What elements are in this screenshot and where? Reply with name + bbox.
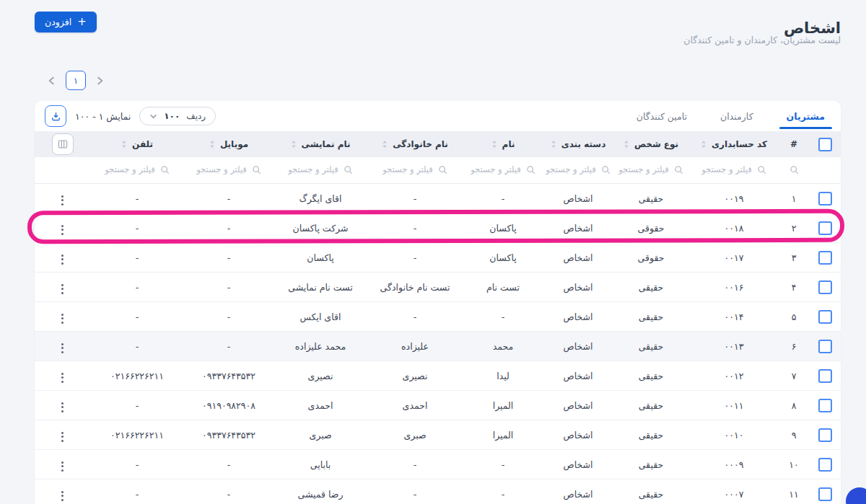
pagination-next-button[interactable] xyxy=(43,71,61,90)
cell-code: ۰۰۱۰ xyxy=(689,420,779,450)
floating-button[interactable] xyxy=(846,487,866,504)
sort-icon xyxy=(551,140,556,149)
table-row: ۶۰۰۱۳حقیقیاشخاصمحمدعلیزادهمحمد علیزاده-- xyxy=(35,332,841,361)
cell-phone: - xyxy=(90,479,184,504)
table-card: مشتریانکارمندانتامین کنندگان ردیف ۱۰۰ نم… xyxy=(35,101,841,504)
row-checkbox[interactable] xyxy=(818,192,832,205)
cell-type: حقیقی xyxy=(613,479,689,504)
cell-mobile: - xyxy=(184,243,274,273)
cell-num: ۶ xyxy=(779,332,809,361)
filter-placeholder: فیلتر و جستجو xyxy=(382,164,433,174)
cell-num: ۱۱ xyxy=(779,479,809,504)
tab-suppliers[interactable]: تامین کنندگان xyxy=(634,101,690,131)
filter-input-category[interactable]: فیلتر و جستجو xyxy=(546,164,611,174)
column-header-category[interactable]: دسته بندی xyxy=(551,139,606,149)
search-icon xyxy=(757,165,766,174)
filter-search-button[interactable] xyxy=(790,165,799,174)
cell-mobile: - xyxy=(184,213,274,243)
row-menu-button[interactable] xyxy=(57,193,68,208)
row-checkbox[interactable] xyxy=(818,458,832,472)
filter-input-name[interactable]: فیلتر و جستجو xyxy=(471,164,535,174)
cell-phone: - xyxy=(90,184,184,213)
tab-customers[interactable]: مشتریان xyxy=(784,101,828,131)
column-header-name[interactable]: نام xyxy=(491,139,515,149)
cell-family: - xyxy=(367,479,463,504)
column-header-type[interactable]: نوع شخص xyxy=(624,139,678,149)
row-menu-button[interactable] xyxy=(57,488,68,504)
row-checkbox[interactable] xyxy=(818,310,832,324)
select-all-checkbox[interactable] xyxy=(818,138,832,151)
table-row: ۸۰۰۱۱حقیقیاشخاصالمیرااحمدیاحمدی۰۹۱۹۰۹۸۲۹… xyxy=(35,391,841,420)
cell-category: اشخاص xyxy=(543,273,613,302)
cell-name: لیدا xyxy=(463,361,543,391)
tab-employees[interactable]: کارمندان xyxy=(717,101,756,131)
cell-family: - xyxy=(367,213,463,243)
filter-input-display[interactable]: فیلتر و جستجو xyxy=(288,164,353,174)
cell-name: المیرا xyxy=(463,420,543,450)
cell-mobile: ۰۹۱۹۰۹۸۲۹۰۸ xyxy=(184,391,274,420)
cell-phone: - xyxy=(90,450,184,479)
filter-input-type[interactable]: فیلتر و جستجو xyxy=(618,164,683,174)
cell-mobile: - xyxy=(184,479,274,504)
pagination-prev-button[interactable] xyxy=(91,71,108,90)
cell-num: ۲ xyxy=(779,213,809,243)
filter-placeholder: فیلتر و جستجو xyxy=(471,164,521,174)
row-menu-button[interactable] xyxy=(57,340,68,356)
table-row: ۷۰۰۱۲حقیقیاشخاصلیدانصیرینصیری۰۹۳۳۷۶۴۳۵۳۲… xyxy=(35,361,841,391)
filter-input-family[interactable]: فیلتر و جستجو xyxy=(382,164,447,174)
columns-icon xyxy=(57,138,69,150)
row-menu-button[interactable] xyxy=(57,281,68,297)
row-menu-button[interactable] xyxy=(57,459,68,474)
filter-placeholder: فیلتر و جستجو xyxy=(105,164,155,174)
cell-code: ۰۰۱۱ xyxy=(689,391,779,420)
download-button[interactable] xyxy=(45,105,66,127)
row-checkbox[interactable] xyxy=(818,399,832,412)
row-checkbox[interactable] xyxy=(818,221,832,235)
search-icon xyxy=(252,165,261,174)
table-row: ۳۰۰۱۷حقوقیاشخاصپاکسان-پاکسان-- xyxy=(35,243,841,273)
cell-family: - xyxy=(367,302,463,332)
column-header-family[interactable]: نام خانوادگی xyxy=(382,139,448,149)
filter-input-phone[interactable]: فیلتر و جستجو xyxy=(105,164,170,174)
column-header-phone[interactable]: تلفن xyxy=(121,139,153,149)
cell-phone: - xyxy=(90,302,184,332)
row-checkbox[interactable] xyxy=(818,340,832,353)
row-checkbox[interactable] xyxy=(818,280,832,294)
cell-name: تست نام xyxy=(463,273,543,302)
row-checkbox[interactable] xyxy=(818,487,832,501)
column-label: نام خانوادگی xyxy=(393,139,448,149)
column-label: نام نمایشی xyxy=(302,139,351,149)
row-menu-button[interactable] xyxy=(57,252,68,268)
cell-code: ۰۰۱۶ xyxy=(689,273,779,302)
row-menu-button[interactable] xyxy=(57,222,68,238)
column-header-mobile[interactable]: موبایل xyxy=(209,139,248,149)
row-menu-button[interactable] xyxy=(57,311,68,327)
row-menu-button[interactable] xyxy=(57,429,68,445)
cell-num: ۳ xyxy=(779,243,809,273)
filter-input-code[interactable]: فیلتر و جستجو xyxy=(701,164,766,174)
cell-type: حقیقی xyxy=(613,361,689,391)
cell-name: - xyxy=(463,479,543,504)
rows-per-page-select[interactable]: ردیف ۱۰۰ xyxy=(139,107,216,125)
current-page-button[interactable]: ۱ xyxy=(66,71,86,90)
search-icon xyxy=(601,165,611,174)
row-checkbox[interactable] xyxy=(818,369,832,383)
row-menu-button[interactable] xyxy=(57,370,68,386)
cell-code: ۰۰۱۸ xyxy=(689,213,779,243)
row-menu-button[interactable] xyxy=(57,399,68,415)
add-button[interactable]: + افزودن xyxy=(35,12,97,32)
column-header-display[interactable]: نام نمایشی xyxy=(291,139,351,149)
search-icon xyxy=(526,165,535,174)
tabs: مشتریانکارمندانتامین کنندگان xyxy=(634,101,832,131)
cell-name: محمد xyxy=(463,332,543,361)
column-settings-button[interactable] xyxy=(52,133,74,155)
cell-display: صبری xyxy=(274,420,367,450)
cell-code: ۰۰۱۴ xyxy=(689,302,779,332)
column-header-code[interactable]: کد حسابداری xyxy=(701,139,767,149)
row-checkbox[interactable] xyxy=(818,428,832,442)
cell-mobile: - xyxy=(184,273,274,302)
filter-input-mobile[interactable]: فیلتر و جستجو xyxy=(196,164,261,174)
row-checkbox[interactable] xyxy=(818,251,832,265)
column-header-num[interactable]: # xyxy=(790,139,797,149)
cell-type: حقیقی xyxy=(613,391,689,420)
